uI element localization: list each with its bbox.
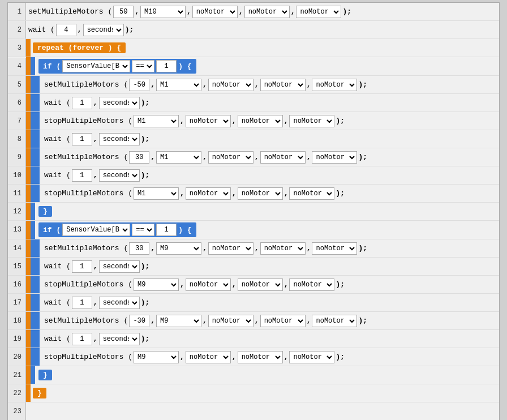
line-6: 6 wait ( , secondsmilliseconds ); [8, 94, 499, 112]
motor2-select-1[interactable]: noMotorM1M9M10 [192, 6, 238, 18]
wait-time-15[interactable] [72, 260, 92, 273]
speed-input-9[interactable] [129, 151, 149, 164]
motor2-select-20[interactable]: noMotorM1M9 [186, 351, 231, 363]
motor1-select-11[interactable]: M1M9M10noMotor [134, 187, 179, 200]
line-1-content: setMultipleMotors ( , M10M1M9noMotor , n… [26, 4, 499, 20]
motor2-select-9[interactable]: noMotorM1M9 [208, 151, 254, 164]
line-num-12: 12 [8, 203, 26, 220]
val-input-4[interactable] [156, 60, 177, 72]
sensor-select-13[interactable]: SensorValue[B9]SensorValue[B1] [62, 224, 130, 236]
motor4-select-14[interactable]: noMotorM1M9 [312, 242, 357, 255]
motor4-select-5[interactable]: noMotorM1M9 [312, 79, 357, 91]
sensor-select-4[interactable]: SensorValue[B1]SensorValue[B9] [62, 60, 130, 72]
motor1-select-5[interactable]: M1M9M10noMotor [156, 79, 201, 91]
cmp-select-13[interactable]: ==!=>< [132, 224, 154, 236]
motor4-select-18[interactable]: noMotorM1M9 [312, 315, 357, 327]
wait-time-2[interactable] [56, 24, 76, 36]
motor4-select-20[interactable]: noMotorM1M9 [289, 351, 334, 363]
motor1-select-1[interactable]: M10M1M9noMotor [140, 6, 186, 18]
fn-14: setMultipleMotors ( [44, 244, 128, 252]
motor2-select-14[interactable]: noMotorM1M9 [208, 242, 254, 255]
line-4: 4 if ( SensorValue[B1]SensorValue[B9] ==… [8, 57, 499, 76]
fn-wait-10: wait ( [44, 171, 71, 179]
motor3-select-5[interactable]: noMotorM1M9 [260, 79, 306, 91]
line-23-content [26, 410, 499, 413]
motor4-select-7[interactable]: noMotorM1M9 [289, 115, 334, 127]
motor2-select-18[interactable]: noMotorM1M9 [208, 315, 254, 327]
bar-blue2-16 [35, 276, 40, 293]
motor2-select-7[interactable]: noMotorM1M9 [186, 115, 231, 127]
line-num-21: 21 [8, 366, 26, 384]
line-12: 12 } [8, 203, 499, 221]
motor3-select-1[interactable]: noMotorM1M9M10 [244, 6, 290, 18]
line-13: 13 if ( SensorValue[B9]SensorValue[B1] =… [8, 221, 499, 239]
motor4-select-16[interactable]: noMotorM1M9 [289, 278, 334, 291]
wait-unit-19[interactable]: secondsmilliseconds [99, 333, 140, 345]
wait-unit-10[interactable]: secondsmilliseconds [99, 169, 140, 182]
line-17-content: wait ( , secondsmilliseconds ); [26, 295, 499, 311]
motor3-select-9[interactable]: noMotorM1M9 [260, 151, 306, 164]
motor1-select-7[interactable]: M1M9M10noMotor [134, 115, 179, 127]
bar-blue-6 [31, 94, 35, 112]
val-input-13[interactable] [156, 224, 177, 236]
cmp-select-4[interactable]: ==!=>< [132, 60, 154, 72]
motor1-select-14[interactable]: M9M1M10noMotor [156, 242, 201, 255]
motor2-select-16[interactable]: noMotorM1M9 [186, 278, 231, 291]
motor1-select-18[interactable]: M9M1M10noMotor [156, 315, 201, 327]
wait-time-8[interactable] [72, 133, 92, 145]
speed-input-5[interactable] [129, 79, 149, 91]
line-num-22: 22 [8, 384, 26, 402]
motor3-select-11[interactable]: noMotorM1M9 [238, 187, 283, 200]
motor2-select-5[interactable]: noMotorM1M9 [208, 79, 254, 91]
line-11: 11 stopMultipleMotors ( M1M9M10noMotor ,… [8, 185, 499, 203]
line-num-1: 1 [8, 3, 26, 20]
bar-blue2-19 [35, 330, 40, 348]
wait-unit-8[interactable]: secondsmilliseconds [99, 133, 140, 145]
repeat-keyword: repeat (forever ) { [33, 42, 126, 53]
wait-time-10[interactable] [72, 169, 92, 182]
line-num-6: 6 [8, 94, 26, 112]
motor4-select-11[interactable]: noMotorM1M9 [289, 187, 334, 200]
line-16: 16 stopMultipleMotors ( M9M1M10noMotor ,… [8, 276, 499, 294]
motor3-select-20[interactable]: noMotorM1M9 [238, 351, 283, 363]
line-10: 10 wait ( , secondsmilliseconds ); [8, 166, 499, 185]
line-8: 8 wait ( , secondsmilliseconds ); [8, 130, 499, 148]
motor1-select-20[interactable]: M9M1M10noMotor [134, 351, 179, 363]
bar-blue-16 [31, 276, 35, 293]
wait-unit-2[interactable]: secondsmilliseconds [83, 24, 124, 36]
line-2-content: wait ( , secondsmilliseconds ); [26, 22, 499, 38]
speed-input-14[interactable] [129, 242, 149, 255]
speed-input-1[interactable] [113, 6, 134, 18]
bar-blue-12 [31, 203, 35, 220]
motor3-select-7[interactable]: noMotorM1M9 [238, 115, 283, 127]
motor3-select-16[interactable]: noMotorM1M9 [238, 278, 283, 291]
motor4-select-1[interactable]: noMotorM1M9M10 [296, 6, 341, 18]
wait-time-19[interactable] [72, 333, 92, 345]
line-3: 3 repeat (forever ) { [8, 39, 499, 57]
bar-orange-4 [26, 57, 31, 75]
wait-unit-6[interactable]: secondsmilliseconds [99, 97, 140, 109]
line-12-content: } [26, 204, 499, 218]
motor3-select-14[interactable]: noMotorM1M9 [260, 242, 306, 255]
fn-20: stopMultipleMotors ( [44, 353, 132, 361]
fn-16: stopMultipleMotors ( [44, 280, 132, 289]
motor1-select-16[interactable]: M9M1M10noMotor [134, 278, 179, 291]
motor1-select-9[interactable]: M1M9M10noMotor [156, 151, 201, 164]
close-if-brace-21: } [38, 370, 52, 380]
motor4-select-9[interactable]: noMotorM1M9 [312, 151, 357, 164]
wait-time-17[interactable] [72, 297, 92, 309]
motor2-select-11[interactable]: noMotorM1M9 [186, 187, 231, 200]
line-num-3: 3 [8, 39, 26, 57]
wait-unit-17[interactable]: secondsmilliseconds [99, 297, 140, 309]
line-14-content: setMultipleMotors ( , M9M1M10noMotor , n… [26, 241, 499, 256]
bar-orange-22 [26, 384, 31, 402]
bar-orange-17 [26, 294, 31, 311]
wait-time-6[interactable] [72, 97, 92, 109]
line-num-15: 15 [8, 258, 26, 275]
speed-input-18[interactable] [129, 315, 149, 327]
wait-unit-15[interactable]: secondsmilliseconds [99, 260, 140, 273]
line-1: 1 setMultipleMotors ( , M10M1M9noMotor ,… [8, 3, 499, 21]
fn-wait-8: wait ( [44, 135, 71, 143]
motor3-select-18[interactable]: noMotorM1M9 [260, 315, 306, 327]
line-6-content: wait ( , secondsmilliseconds ); [26, 95, 499, 111]
